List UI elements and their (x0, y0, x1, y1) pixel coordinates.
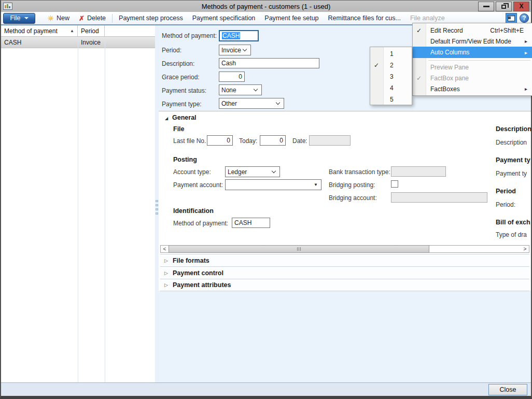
help-icon: ? (522, 15, 526, 22)
menu-item-preview-pane: Preview Pane (413, 62, 532, 73)
menu-separator (428, 60, 530, 61)
bridging-posting-label: Bridging posting: (329, 181, 375, 189)
methods-grid: Method of payment ▲ Period CASH Invoice (1, 25, 155, 382)
scrollbar-thumb[interactable] (169, 245, 429, 253)
submenu-option-3[interactable]: 3 (370, 71, 412, 82)
period-column-header: Period (496, 188, 516, 195)
payment-fee-setup-button[interactable]: Payment fee setup (260, 12, 323, 24)
bank-transaction-type-input (391, 166, 446, 177)
payment-type-column-label: Payment ty (496, 170, 527, 177)
chevron-down-icon (254, 87, 258, 91)
description-column-label: Description (496, 139, 527, 146)
menu-item-shortcut: Ctrl+Shift+E (490, 27, 524, 34)
scroll-left-icon: < (163, 246, 166, 252)
vertical-splitter[interactable] (155, 25, 159, 382)
grace-period-value: 0 (239, 73, 242, 80)
splitter-grip-icon (156, 208, 158, 210)
remittance-files-button[interactable]: Remittance files for cus... (324, 12, 405, 24)
section-payment-attributes[interactable]: ▷ Payment attributes (160, 279, 529, 291)
close-button[interactable]: Close (488, 384, 527, 395)
horizontal-scrollbar[interactable]: < > (160, 245, 529, 253)
payment-account-label: Payment account: (173, 181, 223, 189)
check-icon: ✓ (416, 75, 422, 82)
method-of-payment-label: Method of payment: (162, 32, 217, 39)
app-icon (3, 3, 12, 10)
payment-step-process-button[interactable]: Payment step process (114, 12, 188, 24)
account-type-value: Ledger (228, 168, 247, 176)
grace-period-input[interactable]: 0 (219, 72, 245, 82)
payment-type-column-header: Payment ty (496, 156, 530, 164)
bank-transaction-type-label: Bank transaction type: (329, 168, 390, 176)
minimize-button[interactable] (478, 2, 494, 11)
grid-cell-period: Invoice (78, 37, 105, 48)
bill-of-exchange-column-header: Bill of exch (496, 219, 530, 226)
description-value: Cash (221, 60, 236, 67)
chevron-down-icon (272, 169, 276, 173)
section-file-formats[interactable]: ▷ File formats (160, 254, 529, 266)
help-button[interactable]: ? (520, 13, 529, 23)
section-payment-control[interactable]: ▷ Payment control (160, 266, 529, 279)
description-input[interactable]: Cash (219, 58, 319, 68)
submenu-option-2[interactable]: ✓ 2 (370, 60, 412, 71)
window-controls: X (478, 2, 531, 11)
bridging-posting-checkbox[interactable] (391, 180, 398, 188)
last-file-no-input[interactable]: 0 (207, 135, 233, 146)
grid-header: Method of payment ▲ Period (1, 25, 155, 37)
type-of-draft-column-label: Type of dra (496, 231, 527, 238)
collapsed-triangle-icon: ▷ (164, 258, 168, 263)
file-menu-label: File (10, 15, 20, 22)
column-header-period[interactable]: Period (78, 25, 105, 36)
submenu-option-5[interactable]: 5 (370, 94, 412, 105)
menu-item-factboxes[interactable]: FactBoxes ▸ (413, 83, 532, 94)
scroll-right-button[interactable]: > (521, 246, 529, 252)
footer-bar: Close (1, 382, 531, 396)
pane-layout-icon (508, 15, 515, 21)
close-window-button[interactable]: X (513, 2, 529, 11)
menu-item-label: Preview Pane (430, 64, 469, 71)
account-type-select[interactable]: Ledger (225, 166, 280, 177)
restore-button[interactable] (496, 2, 512, 11)
date-input (309, 135, 351, 146)
splitter-grip-icon (156, 200, 158, 202)
period-select[interactable]: Invoice (219, 45, 251, 55)
submenu-option-1[interactable]: 1 (370, 48, 412, 60)
delete-icon: ✗ (79, 15, 85, 22)
scrollbar-track[interactable] (429, 246, 521, 252)
payment-type-value: Other (221, 100, 237, 107)
method-of-payment-input[interactable]: CASH (219, 30, 259, 41)
today-input[interactable]: 0 (260, 135, 286, 146)
submenu-option-4[interactable]: 4 (370, 82, 412, 94)
payment-account-combo[interactable]: ▼ (225, 179, 321, 190)
payment-type-select[interactable]: Other (219, 98, 284, 109)
expanded-triangle-icon[interactable]: ◢ (165, 116, 168, 121)
payment-specification-button[interactable]: Payment specification (188, 12, 260, 24)
general-section-header[interactable]: General (172, 114, 197, 121)
identification-method-input[interactable]: CASH (232, 218, 270, 228)
remittance-files-label: Remittance files for cus... (328, 15, 401, 22)
payment-status-select[interactable]: None (219, 84, 262, 95)
payment-status-label: Payment status: (162, 87, 206, 94)
today-value: 0 (279, 137, 283, 144)
bridging-account-label: Bridging account: (329, 194, 377, 202)
section-label: Payment attributes (173, 281, 231, 289)
menu-item-auto-columns[interactable]: Auto Columns ▸ (413, 47, 532, 58)
file-group-title: File (173, 125, 185, 133)
delete-button[interactable]: ✗ Delete (74, 12, 110, 24)
new-button[interactable]: New (43, 12, 74, 24)
toolbar-right-icons: ? (506, 13, 529, 23)
factbox-pane-toggle-button[interactable] (506, 13, 517, 23)
submenu-arrow-icon: ▸ (525, 50, 527, 55)
menu-item-edit-record[interactable]: ✓ Edit Record Ctrl+Shift+E (413, 25, 532, 36)
scroll-left-button[interactable]: < (161, 246, 169, 252)
chevron-down-icon (24, 17, 29, 19)
payment-specification-label: Payment specification (192, 15, 256, 22)
file-analyze-label: File analyze (410, 15, 445, 22)
payment-status-value: None (221, 87, 236, 94)
column-header-method-of-payment[interactable]: Method of payment ▲ (1, 25, 78, 36)
scroll-right-icon: > (524, 246, 527, 252)
toolbar-separator (112, 14, 113, 23)
file-menu-button[interactable]: File (3, 13, 35, 24)
menu-item-default-form-view-edit-mode[interactable]: Default Form/View Edit Mode ▸ (413, 36, 532, 47)
new-button-label: New (57, 15, 69, 22)
menu-item-label: Edit Record (430, 27, 463, 34)
